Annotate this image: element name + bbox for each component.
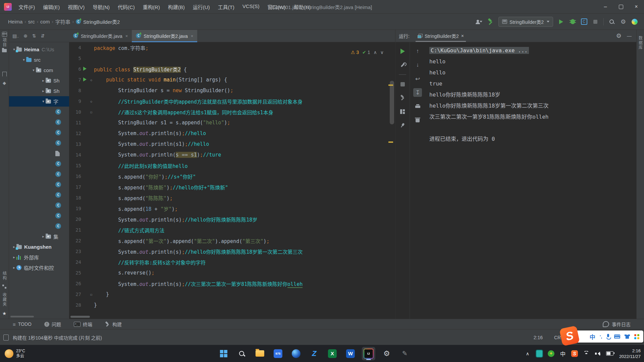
stop-icon[interactable] [398,80,407,88]
menu-item[interactable]: 构建(B) [165,2,188,12]
editor-scrollbar[interactable] [390,81,394,124]
breadcrumb-item[interactable]: com [40,19,50,24]
tree-row[interactable]: ▸外部库 [9,252,69,262]
select-opened-file-icon[interactable]: ▤.. [12,33,19,39]
taskbar-clock[interactable]: 2:16 2022/11/27 [619,348,641,359]
layers-tool-button[interactable]: ◆ [0,78,9,87]
collapse-all-icon[interactable]: ⇵ [41,33,45,39]
code-line[interactable]: 14 System.out.println(s == s1);//ture [69,149,395,160]
bookmarks-tool-button[interactable] [0,70,9,78]
code-line[interactable]: 6public class StringBuilder类2 { [69,64,395,74]
tree-row[interactable]: ▾HeimaC:\Us [9,44,69,55]
tree-row[interactable]: C [9,210,69,221]
code-line[interactable]: 13 System.out.println(s1);//hello [69,139,395,149]
breadcrumb-item[interactable]: Heima [8,19,22,24]
tree-chevron-icon[interactable]: ▸ [12,255,16,259]
code-line[interactable]: 12 System.out.println(s);//hello [69,128,395,139]
code-line[interactable]: 20 System.out.println(s);//hello你好陈焕新陈陈陈… [69,214,395,225]
warning-stripe-mark[interactable] [388,84,393,86]
tree-row[interactable]: C [9,179,69,190]
run-line-icon[interactable] [83,67,87,71]
menu-item[interactable]: 视图(V) [64,2,88,12]
close-icon[interactable]: × [461,33,464,39]
menu-item[interactable]: 重构(R) [140,2,163,12]
keyboard-icon[interactable] [614,335,620,339]
tree-row[interactable]: ▸集 [9,231,69,242]
build-icon[interactable] [398,94,407,102]
code-line[interactable]: 26 System.out.println(s);//次三第次二第次一第岁81陈… [69,278,395,289]
run-settings-icon[interactable] [398,61,407,69]
menu-item[interactable]: 导航(N) [89,2,113,12]
tool-window-button-问题[interactable]: !问题 [44,321,61,327]
menu-item[interactable]: 运行(U) [190,2,213,12]
close-button[interactable]: × [629,0,644,13]
tree-horizontal-scrollbar[interactable] [10,316,34,317]
expand-all-icon[interactable]: ⇅ [32,33,36,39]
print-icon[interactable] [413,102,422,111]
run-settings-gear-icon[interactable]: ⚙ [616,33,622,39]
menu-item[interactable]: 代码(C) [114,2,138,12]
inspections-widget[interactable]: ⚠ 3 ✔ 1 ∧ ∨ [351,50,384,55]
tree-chevron-icon[interactable]: ▸ [41,234,46,239]
taskbar-app-975-icon[interactable]: 975 [271,347,285,360]
run-configuration-select[interactable]: StringBuilder类2 [498,17,553,27]
ide-plugin-button[interactable] [631,18,638,25]
next-problem-icon[interactable]: ∨ [380,50,384,55]
close-icon[interactable]: × [125,34,128,39]
taskbar-sphere-app-icon[interactable] [289,347,303,360]
hide-panel-icon[interactable]: — [627,33,632,39]
run-tab[interactable]: StringBuilder类2 × [414,30,467,42]
microphone-icon[interactable] [606,334,610,339]
minimize-button[interactable]: – [598,0,613,13]
menu-item[interactable]: 工具(T) [214,2,237,12]
layout-icon[interactable] [398,107,407,116]
wifi-icon[interactable] [583,351,590,356]
tree-chevron-icon[interactable]: ▸ [12,265,16,270]
prev-occurrence-icon[interactable]: ↑ [413,47,422,56]
code-line[interactable]: 15 //此时此刻s对象的值是hello [69,160,395,171]
taskbar-excel-icon[interactable]: X [326,347,339,360]
structure-tool-label[interactable]: 结构 [2,271,7,281]
tree-row[interactable]: ▾com [9,65,69,75]
tree-chevron-icon[interactable]: ▸ [41,78,46,83]
ime-symbol-button[interactable]: ’, [600,334,602,339]
code-line[interactable]: 5 [69,53,395,64]
user-profile-button[interactable] [476,18,482,25]
skin-icon[interactable] [625,335,630,339]
console-output[interactable]: C:\KuGou\Java\bin\java.exe ...hellohello… [425,42,637,319]
code-line[interactable]: 18 s.append("陈陈陈"); [69,192,395,203]
code-line[interactable]: 17 s.append("陈焕新");//hello你好+"陈焕新" [69,182,395,192]
tree-row[interactable]: C [9,221,69,231]
code-line[interactable]: 7◇ public static void main(String[] args… [69,74,395,85]
event-log-button[interactable]: 事件日志 [603,321,631,327]
code-line[interactable]: 27◻ } [69,289,395,300]
taskbar-word-icon[interactable]: W [344,347,357,360]
menu-item[interactable]: 编辑(E) [40,2,63,12]
code-line[interactable]: 16 s.append("你好");//s+"你好" [69,171,395,182]
tree-row[interactable]: ▸Sh [9,75,69,86]
battery-icon[interactable] [606,351,613,356]
editor-horizontal-scrollbar[interactable] [70,316,90,318]
tree-row[interactable]: C [9,200,69,210]
tree-row[interactable]: C [9,190,69,200]
tree-row[interactable]: ▾字 [9,96,69,107]
star-icon[interactable]: ★ [2,311,7,316]
pin-icon[interactable] [398,121,407,130]
scroll-to-end-icon[interactable]: ↧ [413,88,422,97]
tree-chevron-icon[interactable]: ▾ [31,68,36,72]
tree-row[interactable]: ▸Kuangshen [9,242,69,252]
volume-icon[interactable] [595,351,601,356]
rerun-icon[interactable] [398,47,407,56]
code-line[interactable]: 21 //链式方式调用方法 [69,225,395,235]
tree-chevron-icon[interactable]: ▾ [21,58,26,62]
locate-icon[interactable]: ⊕ [23,33,28,39]
tree-row[interactable]: ▸临时文件和控 [9,262,69,273]
code-line[interactable]: 19 s.append(18 + "岁"); [69,203,395,214]
tray-chevron-up-icon[interactable]: ∧ [524,350,531,357]
gutter-run-mark[interactable] [81,66,89,72]
breadcrumb-item[interactable]: src [28,19,35,24]
build-project-button[interactable] [487,18,494,25]
ime-apps-grid-icon[interactable] [634,334,639,339]
editor-tab[interactable]: CStringBuilder类2.java× [132,30,197,42]
gutter-run-mark[interactable] [81,77,89,83]
